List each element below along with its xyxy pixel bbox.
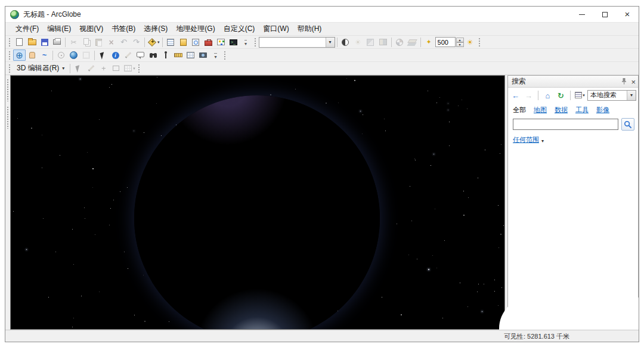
contrast-button[interactable] bbox=[339, 36, 352, 48]
menu-help[interactable]: 帮助(H) bbox=[293, 22, 326, 36]
walk-tool-button[interactable] bbox=[159, 49, 172, 61]
search-window-button[interactable] bbox=[190, 36, 202, 48]
spinner-down-icon[interactable] bbox=[456, 42, 464, 47]
search-type-combobox[interactable]: 本地搜索 bbox=[587, 90, 636, 101]
search-refresh-button[interactable] bbox=[555, 89, 566, 101]
panel-close-icon[interactable] bbox=[631, 76, 636, 87]
redo-button[interactable] bbox=[130, 36, 143, 48]
copy-button[interactable] bbox=[80, 36, 92, 48]
layer-effects-button[interactable] bbox=[406, 36, 419, 48]
cut-button[interactable] bbox=[67, 36, 80, 48]
modelbuilder-button[interactable] bbox=[215, 36, 227, 48]
layer-combobox[interactable] bbox=[259, 37, 335, 48]
edit-tool-button[interactable] bbox=[72, 63, 85, 74]
new-document-button[interactable] bbox=[13, 36, 26, 48]
pan-tool-button[interactable] bbox=[26, 49, 38, 61]
print-button[interactable] bbox=[51, 36, 63, 48]
menu-geoprocessing[interactable]: 地理处理(G) bbox=[172, 22, 219, 36]
add-data-button[interactable] bbox=[147, 36, 160, 48]
toolbar-grip[interactable] bbox=[8, 38, 11, 47]
combobox-dropdown-icon[interactable] bbox=[326, 38, 335, 47]
overflow-chevron-icon bbox=[214, 50, 216, 61]
catalog-window-button[interactable] bbox=[177, 36, 190, 48]
popup-bubble-icon bbox=[137, 52, 144, 57]
toolbar-grip[interactable] bbox=[138, 64, 140, 73]
search-home-button[interactable] bbox=[542, 89, 553, 101]
tab-all[interactable]: 全部 bbox=[513, 106, 526, 114]
tab-imagery[interactable]: 影像 bbox=[596, 106, 609, 114]
snapshot-button[interactable] bbox=[197, 49, 209, 61]
menu-window[interactable]: 窗口(W) bbox=[259, 22, 293, 36]
target-distance-button[interactable] bbox=[423, 36, 435, 48]
globe-viewport[interactable] bbox=[10, 75, 505, 330]
redo-icon bbox=[132, 38, 141, 47]
spinner-up-icon[interactable] bbox=[456, 38, 464, 42]
python-window-button[interactable] bbox=[227, 36, 240, 48]
navigate-icon bbox=[15, 51, 24, 60]
3d-editor-menu-button[interactable]: 3D 编辑器(R) bbox=[13, 62, 68, 75]
target-icon bbox=[58, 52, 64, 58]
distance-spinner-input[interactable] bbox=[435, 37, 456, 47]
swipe-layer-button[interactable] bbox=[377, 36, 389, 48]
dock-grip[interactable] bbox=[7, 79, 9, 101]
attribute-table-button[interactable] bbox=[184, 49, 197, 61]
measure-button[interactable] bbox=[172, 49, 184, 61]
select-graphics-button[interactable] bbox=[97, 49, 109, 61]
toolbox-button[interactable] bbox=[202, 36, 215, 48]
search-index-button[interactable] bbox=[574, 89, 586, 101]
search-go-button[interactable] bbox=[621, 118, 634, 131]
menu-view[interactable]: 视图(V) bbox=[75, 22, 107, 36]
extent-dropdown-icon[interactable] bbox=[541, 134, 544, 145]
search-forward-button[interactable] bbox=[523, 89, 534, 101]
toolbar-grip[interactable] bbox=[224, 51, 226, 60]
tab-tools[interactable]: 工具 bbox=[575, 106, 589, 114]
maximize-button[interactable] bbox=[593, 7, 616, 22]
edit-sketch-button[interactable] bbox=[122, 49, 134, 61]
reshape-button[interactable] bbox=[110, 63, 122, 74]
toolbar-overflow-button[interactable] bbox=[240, 36, 252, 48]
dock-grip[interactable] bbox=[7, 106, 9, 129]
find-button[interactable] bbox=[147, 49, 159, 61]
editor-more-button[interactable] bbox=[122, 63, 136, 74]
paste-button[interactable] bbox=[92, 36, 105, 48]
toolbar-grip[interactable] bbox=[8, 51, 11, 60]
menu-file[interactable]: 文件(F) bbox=[11, 22, 43, 36]
animation-button[interactable] bbox=[394, 36, 406, 48]
combobox-dropdown-icon[interactable] bbox=[627, 91, 636, 100]
search-extent-link[interactable]: 任何范围 bbox=[513, 135, 539, 144]
pin-icon[interactable] bbox=[621, 76, 627, 87]
close-button[interactable] bbox=[616, 7, 639, 22]
undo-button[interactable] bbox=[117, 36, 130, 48]
open-button[interactable] bbox=[26, 36, 38, 48]
identify-button[interactable] bbox=[109, 49, 122, 61]
fixed-zoom-in-button[interactable] bbox=[80, 49, 92, 61]
create-features-button[interactable] bbox=[85, 63, 97, 74]
toolbar-overflow-button[interactable] bbox=[209, 49, 222, 61]
minimize-button[interactable] bbox=[571, 7, 593, 22]
html-popup-button[interactable] bbox=[134, 49, 147, 61]
tab-maps[interactable]: 地图 bbox=[534, 106, 547, 114]
tab-data[interactable]: 数据 bbox=[555, 106, 568, 114]
table-of-contents-button[interactable] bbox=[165, 36, 177, 48]
globe-night-sphere[interactable] bbox=[134, 95, 380, 330]
brightness-button[interactable] bbox=[352, 36, 364, 48]
toolbar-grip[interactable] bbox=[8, 64, 11, 73]
menu-customize[interactable]: 自定义(C) bbox=[219, 22, 259, 36]
menu-bookmarks[interactable]: 书签(B) bbox=[107, 22, 140, 36]
full-extent-button[interactable] bbox=[67, 49, 80, 61]
edit-vertices-button[interactable] bbox=[97, 63, 110, 74]
menu-selection[interactable]: 选择(S) bbox=[140, 22, 172, 36]
delete-icon bbox=[107, 38, 116, 47]
search-input[interactable] bbox=[513, 119, 618, 130]
search-back-button[interactable] bbox=[510, 89, 521, 101]
menu-edit[interactable]: 编辑(E) bbox=[43, 22, 75, 36]
save-button[interactable] bbox=[38, 36, 51, 48]
navigate-tool-button[interactable] bbox=[13, 49, 26, 61]
fly-tool-button[interactable] bbox=[38, 49, 51, 61]
delete-button[interactable] bbox=[105, 36, 117, 48]
toolbar-grip[interactable] bbox=[478, 38, 481, 47]
center-on-target-button[interactable] bbox=[55, 49, 67, 61]
sun-position-button[interactable] bbox=[464, 36, 476, 48]
transparency-button[interactable] bbox=[364, 36, 377, 48]
toolbar-grip[interactable] bbox=[254, 38, 256, 47]
